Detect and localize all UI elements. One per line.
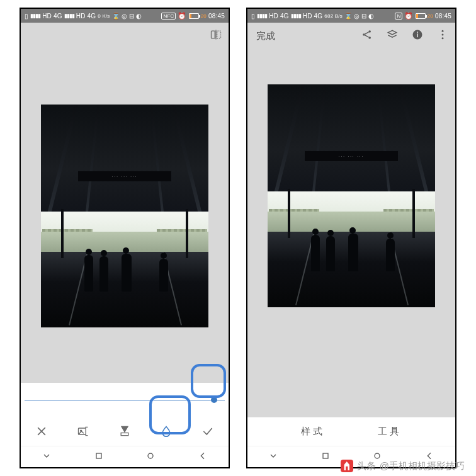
clock: 08:45	[208, 13, 225, 20]
sync-icon: ◎	[122, 13, 127, 20]
battery-pct: 20	[201, 13, 207, 19]
svg-point-17	[417, 31, 418, 33]
battery-pct: 20	[428, 13, 433, 19]
cloud-icon: ⊟	[129, 13, 134, 20]
phone-left-edit-screen: ▯ ▮▮▮▮ HD 4G ▮▮▮▮ HD 4G 0 K/s ⌛ ◎ ⊟ ◐ NF…	[20, 8, 230, 468]
cloud-icon: ⊟	[361, 13, 366, 20]
svg-point-22	[375, 453, 380, 458]
done-button[interactable]: 完成	[256, 30, 275, 42]
sim1-net: HD 4G	[42, 13, 62, 20]
battery-icon	[416, 13, 426, 19]
signal-1-icon: ▮▮▮▮	[257, 13, 267, 19]
signal-2-icon: ▮▮▮▮	[291, 13, 301, 19]
undo-history-icon[interactable]	[386, 28, 399, 43]
phone-right-main-screen: ▯ ▮▮▮▮ HD 4G ▮▮▮▮ HD 4G 682 B/s ⌛ ◎ ⊟ ◐ …	[246, 8, 456, 468]
nav-back-icon[interactable]	[198, 451, 208, 463]
sync-icon: ◎	[354, 13, 360, 20]
svg-point-20	[442, 37, 444, 39]
tab-styles[interactable]: 样式	[301, 426, 325, 438]
svg-line-14	[365, 35, 369, 37]
svg-line-13	[365, 32, 369, 34]
svg-rect-7	[121, 433, 128, 436]
svg-point-12	[368, 37, 371, 39]
svg-point-18	[442, 30, 444, 32]
watermark-prefix: 头条	[357, 460, 376, 472]
sim1-net: HD 4G	[269, 13, 289, 20]
photo-sign: ··· ··· ···	[78, 171, 172, 181]
status-bar: ▯ ▮▮▮▮ HD 4G ▮▮▮▮ HD 4G 0 K/s ⌛ ◎ ⊟ ◐ NF…	[21, 9, 229, 23]
nav-recent-icon[interactable]	[94, 451, 104, 463]
slider-handle[interactable]	[211, 397, 217, 403]
android-nav-bar	[21, 446, 229, 467]
edited-photo: ··· ··· ···	[41, 105, 208, 327]
apply-button[interactable]	[187, 417, 229, 446]
net-speed: 0 K/s	[98, 14, 110, 18]
info-icon[interactable]	[411, 28, 424, 43]
sim1-icon: ▯	[25, 13, 28, 20]
nfc-icon: N	[395, 13, 402, 20]
nav-recent-icon[interactable]	[320, 451, 331, 463]
svg-point-11	[368, 30, 371, 33]
svg-rect-2	[217, 31, 221, 38]
clock: 08:45	[435, 13, 451, 20]
slider-track	[25, 400, 225, 400]
compare-image-icon[interactable]	[62, 417, 104, 446]
svg-rect-8	[96, 453, 101, 458]
watermark: 头条 @手机相机摄影技巧	[341, 460, 465, 472]
net-speed: 682 B/s	[324, 14, 343, 18]
nav-down-icon[interactable]	[42, 451, 52, 463]
svg-point-9	[148, 453, 153, 458]
more-menu-icon[interactable]	[436, 28, 449, 43]
sim2-net: HD 4G	[303, 13, 323, 20]
nav-home-icon[interactable]	[145, 451, 156, 463]
photo-sign: ··· ··· ···	[305, 151, 399, 161]
eye-icon: ◐	[136, 13, 142, 20]
bottom-tabs: 样式 工具	[247, 417, 455, 446]
edit-toolbar	[21, 417, 229, 446]
main-top-bar: 完成	[247, 23, 455, 49]
nfc-icon: NFC	[161, 13, 176, 20]
watermark-logo-icon	[341, 460, 353, 472]
svg-rect-21	[323, 453, 328, 458]
editor-top-bar	[21, 23, 229, 49]
photo-canvas[interactable]: ··· ··· ···	[21, 49, 229, 383]
crop-rotate-icon[interactable]	[104, 417, 145, 446]
white-balance-drop-icon[interactable]	[145, 417, 187, 446]
svg-point-19	[442, 34, 444, 36]
svg-rect-0	[212, 31, 215, 38]
hourglass-icon: ⌛	[112, 13, 120, 20]
signal-2-icon: ▮▮▮▮	[64, 13, 74, 19]
tab-tools[interactable]: 工具	[378, 426, 402, 438]
share-icon[interactable]	[361, 28, 373, 43]
svg-rect-16	[417, 33, 418, 37]
nav-down-icon[interactable]	[268, 451, 278, 463]
alarm-icon: ⏰	[404, 12, 413, 20]
signal-1-icon: ▮▮▮▮	[30, 13, 40, 19]
flip-icon[interactable]	[210, 28, 222, 43]
sim2-net: HD 4G	[76, 13, 96, 20]
edited-photo: ··· ··· ···	[268, 84, 435, 307]
watermark-text: @手机相机摄影技巧	[380, 460, 465, 472]
hourglass-icon: ⌛	[344, 13, 352, 20]
adjustment-slider[interactable]	[21, 383, 229, 417]
alarm-icon: ⏰	[178, 12, 186, 20]
svg-point-10	[363, 33, 365, 36]
battery-icon	[189, 13, 199, 19]
cancel-button[interactable]	[21, 417, 62, 446]
sim1-icon: ▯	[251, 13, 255, 20]
status-bar: ▯ ▮▮▮▮ HD 4G ▮▮▮▮ HD 4G 682 B/s ⌛ ◎ ⊟ ◐ …	[247, 9, 455, 23]
photo-canvas[interactable]: ··· ··· ···	[247, 49, 455, 417]
eye-icon: ◐	[368, 13, 374, 20]
